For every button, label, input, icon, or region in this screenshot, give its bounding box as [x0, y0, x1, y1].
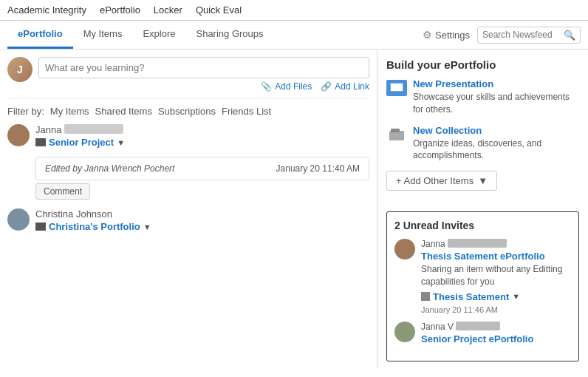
- edit-text: Edited by Janna Wrench Pochert: [45, 163, 174, 174]
- new-collection-content: New Collection Organize ideas, discoveri…: [413, 125, 579, 163]
- post-area: J 📎 Add Files 🔗 Add Link: [7, 57, 369, 98]
- portfolio-icon: [35, 138, 46, 146]
- invite-link-1[interactable]: Thesis Satement ePortfolio: [421, 251, 571, 262]
- new-presentation-item: New Presentation Showcase your skills an…: [386, 78, 579, 116]
- add-files-button[interactable]: 📎 Add Files: [261, 81, 312, 92]
- add-other-items-label: + Add Other Items: [396, 175, 474, 186]
- link-icon: 🔗: [321, 81, 332, 92]
- add-link-button[interactable]: 🔗 Add Link: [321, 81, 369, 92]
- janna-name-blurred: [64, 124, 123, 134]
- filter-my-items[interactable]: My Items: [50, 106, 89, 117]
- right-panel: Build your ePortfolio New Presentation S…: [377, 50, 588, 369]
- gear-icon: ⚙: [423, 29, 432, 41]
- janna-name: Janna: [35, 124, 64, 135]
- user-avatar: J: [7, 57, 33, 82]
- invite-avatar-1: [394, 239, 415, 259]
- feed-content-christina: Christina Johnson Christina's Portfolio …: [35, 208, 369, 232]
- svg-rect-4: [391, 129, 400, 132]
- invite-avatar-2: [394, 322, 415, 342]
- senior-project-link[interactable]: Senior Project ▼: [35, 137, 369, 148]
- invites-section: 2 Unread Invites Janna Thesis Satement e…: [386, 211, 579, 361]
- new-collection-item: New Collection Organize ideas, discoveri…: [386, 125, 579, 163]
- feed-name-christina: Christina Johnson: [35, 208, 369, 220]
- invite-portfolio-1: Thesis Satement ▼: [421, 291, 571, 302]
- tab-explore[interactable]: Explore: [132, 21, 185, 49]
- comment-button[interactable]: Comment: [35, 183, 90, 200]
- filter-bar: Filter by: My Items Shared Items Subscri…: [7, 106, 369, 117]
- portfolio-icon-2: [35, 223, 46, 231]
- chevron-down-icon-4: ▼: [512, 292, 520, 301]
- feed-avatar-janna: [7, 124, 30, 146]
- collection-icon: [386, 126, 407, 143]
- invite-content-2: Janna V Senior Project ePortfolio: [421, 322, 533, 346]
- christina-portfolio-link[interactable]: Christina's Portfolio ▼: [35, 221, 369, 232]
- settings-label: Settings: [435, 30, 470, 41]
- filter-shared-items[interactable]: Shared Items: [95, 106, 152, 117]
- search-icon[interactable]: 🔍: [564, 30, 575, 41]
- filter-friends-list[interactable]: Friends List: [222, 106, 271, 117]
- filter-label: Filter by:: [7, 106, 44, 117]
- list-item: Janna Senior Project ▼: [7, 124, 369, 148]
- invite-item-2: Janna V Senior Project ePortfolio: [394, 322, 571, 346]
- senior-project-label: Senior Project: [49, 137, 114, 148]
- settings-button[interactable]: ⚙ Settings: [423, 29, 470, 41]
- svg-rect-0: [390, 83, 403, 92]
- build-title: Build your ePortfolio: [386, 58, 579, 71]
- tab-my-items[interactable]: My Items: [73, 21, 133, 49]
- new-presentation-link[interactable]: New Presentation: [413, 78, 579, 89]
- chevron-down-icon-2: ▼: [143, 223, 151, 231]
- new-presentation-content: New Presentation Showcase your skills an…: [413, 78, 579, 116]
- paperclip-icon: 📎: [261, 81, 272, 92]
- edit-bar: Edited by Janna Wrench Pochert January 2…: [35, 157, 369, 180]
- invite-name-1: Janna: [421, 239, 571, 249]
- invite-name-blurred-1: [448, 239, 507, 248]
- feed-name-janna: Janna: [35, 124, 369, 135]
- christina-portfolio-label: Christina's Portfolio: [49, 221, 140, 232]
- top-nav-eportfolio[interactable]: ePortfolio: [100, 4, 140, 16]
- left-panel: J 📎 Add Files 🔗 Add Link Filter by:: [0, 50, 377, 369]
- search-input[interactable]: [482, 30, 564, 40]
- avatar-placeholder: J: [7, 57, 33, 82]
- chevron-down-icon: ▼: [117, 138, 125, 147]
- main-layout: J 📎 Add Files 🔗 Add Link Filter by:: [0, 50, 588, 369]
- tab-sharing-groups[interactable]: Sharing Groups: [185, 21, 273, 49]
- add-other-items-button[interactable]: + Add Other Items ▼: [386, 171, 497, 191]
- post-input-wrapper: 📎 Add Files 🔗 Add Link: [38, 57, 369, 92]
- top-nav-quickeval[interactable]: Quick Eval: [196, 4, 242, 16]
- invites-title: 2 Unread Invites: [394, 220, 571, 231]
- invite-link-2[interactable]: Senior Project ePortfolio: [421, 333, 533, 344]
- invite-portfolio-link-1[interactable]: Thesis Satement: [433, 291, 509, 302]
- build-section: Build your ePortfolio New Presentation S…: [386, 58, 579, 201]
- invite-name-2: Janna V: [421, 322, 533, 332]
- invite-portfolio-icon-1: [421, 292, 430, 301]
- top-nav: Academic Integrity ePortfolio Locker Qui…: [0, 0, 588, 21]
- chevron-down-icon-3: ▼: [478, 175, 488, 186]
- invite-name-blurred-2: [456, 322, 500, 330]
- sub-nav-right: ⚙ Settings 🔍: [423, 27, 581, 44]
- invite-name-text-1: Janna: [421, 239, 448, 249]
- list-item: Christina Johnson Christina's Portfolio …: [7, 208, 369, 232]
- edit-date: January 20 11:40 AM: [276, 163, 360, 174]
- feed-content-janna: Janna Senior Project ▼: [35, 124, 369, 148]
- add-files-label: Add Files: [275, 81, 312, 92]
- invite-content-1: Janna Thesis Satement ePortfolio Sharing…: [421, 239, 571, 314]
- invite-desc-1: Sharing an item without any Editting cap…: [421, 263, 571, 288]
- post-actions: 📎 Add Files 🔗 Add Link: [38, 81, 369, 92]
- new-collection-desc: Organize ideas, discoveries, and accompl…: [413, 138, 541, 161]
- filter-subscriptions[interactable]: Subscriptions: [158, 106, 216, 117]
- sub-nav: ePortfolio My Items Explore Sharing Grou…: [0, 21, 588, 50]
- add-link-label: Add Link: [335, 81, 369, 92]
- christina-name: Christina Johnson: [35, 208, 112, 220]
- invite-name-text-2: Janna V: [421, 322, 454, 332]
- feed-avatar-christina: [7, 208, 30, 231]
- presentation-icon: [386, 80, 407, 96]
- tab-eportfolio[interactable]: ePortfolio: [7, 21, 73, 49]
- search-box: 🔍: [477, 27, 581, 44]
- post-input[interactable]: [38, 57, 369, 78]
- new-collection-link[interactable]: New Collection: [413, 125, 579, 136]
- new-presentation-desc: Showcase your skills and achievements fo…: [413, 92, 570, 115]
- top-nav-locker[interactable]: Locker: [154, 4, 182, 16]
- top-nav-academic-integrity[interactable]: Academic Integrity: [7, 4, 86, 16]
- invite-date-1: January 20 11:46 AM: [421, 305, 571, 314]
- invite-item-1: Janna Thesis Satement ePortfolio Sharing…: [394, 239, 571, 314]
